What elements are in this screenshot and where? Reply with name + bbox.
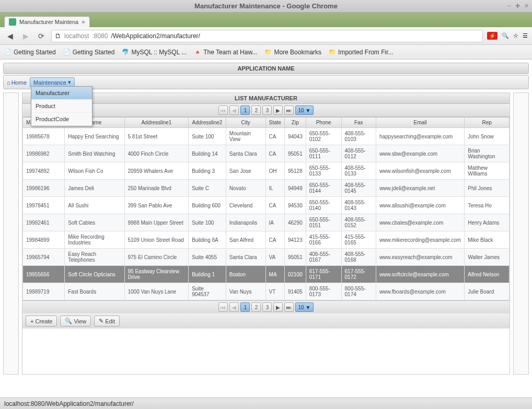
menu-item-product[interactable]: Product (31, 100, 92, 113)
column-header[interactable]: Rep (465, 118, 510, 128)
pager-page-1[interactable]: 1 (240, 302, 250, 312)
table-row[interactable]: 19986196James Deli250 Marinade BlvdSuite… (23, 180, 510, 197)
cell-zip: 94530 (284, 197, 306, 214)
page-size-select[interactable]: 10 ▼ (295, 302, 313, 312)
cell-a2: Suite 4055 (189, 249, 226, 266)
pager-prev[interactable]: ◀ (229, 106, 239, 115)
cell-name: Smith Bird Watching (65, 145, 124, 162)
cell-a2: Building 3 (189, 162, 226, 180)
cell-rep: Matthew Williams (465, 162, 510, 180)
pager-next[interactable]: ▶ (273, 302, 283, 312)
pager-last[interactable]: ⏭ (284, 302, 294, 312)
bookmark-item[interactable]: 🐬MySQL :: MySQL ... (122, 49, 187, 56)
pager-next[interactable]: ▶ (273, 106, 283, 115)
table-row[interactable]: 19978451All Sushi399 San Pablo AveBuildi… (23, 197, 510, 214)
pager-top: ⏮◀123▶⏭10 ▼ (22, 104, 510, 117)
cell-rep: Phil Jones (465, 180, 510, 197)
table-row[interactable]: 19982461Soft Cables9988 Main Upper Stree… (23, 214, 510, 231)
cell-zip: 02100 (284, 266, 306, 283)
cell-state: MA (265, 266, 284, 283)
cell-a1: 399 San Pablo Ave (124, 197, 189, 214)
back-button[interactable]: ◀ (4, 30, 16, 42)
extension-icon[interactable]: ⚡ (487, 32, 498, 40)
bookmark-item[interactable]: 📁Imported From Fir... (329, 49, 393, 56)
cell-rep: Teresa Ho (465, 197, 510, 214)
reload-button[interactable]: ⟳ (36, 30, 47, 42)
view-button[interactable]: 🔍View (60, 315, 91, 326)
pager-first[interactable]: ⏮ (218, 302, 228, 312)
pager-bottom: ⏮◀123▶⏭10 ▼ (22, 300, 510, 313)
pager-page-3[interactable]: 3 (262, 302, 272, 312)
edit-button[interactable]: ✎Edit (94, 315, 120, 326)
browser-tab[interactable]: Manufacturer Maintena × (4, 16, 90, 27)
cell-fax: 408-555-0143 (341, 197, 376, 214)
table-row[interactable]: 19955656Soft Circle Opticians95 Eastway … (23, 266, 510, 283)
cell-email: www.easyreach@example.com (376, 249, 464, 266)
column-header[interactable]: Phone (306, 118, 341, 128)
bookmark-item[interactable]: 📄Getting Started (63, 49, 115, 56)
tab-close-icon[interactable]: × (82, 19, 85, 25)
table-row[interactable]: 19965794Easy Reach Telephones975 El Cami… (23, 249, 510, 266)
close-icon[interactable]: ✕ (524, 3, 529, 9)
cell-a1: 4000 Finch Circle (124, 145, 189, 162)
page-size-select[interactable]: 10 ▼ (295, 106, 313, 115)
pager-page-2[interactable]: 2 (251, 106, 261, 115)
url-port: :8080 (92, 32, 108, 40)
table-row[interactable]: 19974892Wilson Fish Co20959 Whalers AveB… (23, 162, 510, 180)
table-row[interactable]: 19985678Happy End Searching5 81st Street… (23, 128, 510, 145)
column-header[interactable]: Email (376, 118, 464, 128)
bookmark-label: The Team at Haw... (203, 49, 257, 56)
forward-button[interactable]: ▶ (20, 30, 31, 42)
bookmark-item[interactable]: 📄Getting Started (4, 49, 56, 56)
column-header[interactable]: State (265, 118, 284, 128)
home-crumb[interactable]: ⌂ Home (7, 79, 27, 86)
create-button[interactable]: +Create (26, 315, 57, 326)
favicon-icon (9, 18, 16, 26)
cell-id: 19982461 (23, 214, 65, 231)
cell-phone: 800-555-0173 (306, 283, 341, 300)
cell-fax: 408-555-0168 (341, 249, 376, 266)
minimize-icon[interactable]: ─ (507, 3, 511, 9)
cell-name: Happy End Searching (65, 128, 124, 145)
pager-page-3[interactable]: 3 (262, 106, 272, 115)
url-bar[interactable]: 🗋 localhost:8080/WebApplication2/manufac… (51, 30, 483, 42)
column-header[interactable]: Zip (284, 118, 306, 128)
pager-page-1[interactable]: 1 (240, 106, 250, 115)
cell-email: www.sbw@example.com (376, 145, 464, 162)
column-header[interactable]: Addressline2 (189, 118, 226, 128)
manufacturer-table: ManufacturerIdNameAddressline1Addresslin… (22, 117, 510, 300)
cell-id: 19978451 (23, 197, 65, 214)
maximize-icon[interactable]: ✚ (515, 3, 520, 9)
bookmark-item[interactable]: 📁More Bookmarks (264, 49, 321, 56)
table-row[interactable]: 19986982Smith Bird Watching4000 Finch Ci… (23, 145, 510, 162)
cell-a1: 250 Marinade Blvd (124, 180, 189, 197)
cell-phone: 617-555-0171 (306, 266, 341, 283)
pager-page-2[interactable]: 2 (251, 302, 261, 312)
column-header[interactable]: Fax (341, 118, 376, 128)
cell-name: Wilson Fish Co (65, 162, 124, 180)
cell-state: IA (265, 214, 284, 231)
menu-item-productcode[interactable]: ProductCode (31, 113, 92, 126)
cell-email: www.fboards@example.com (376, 283, 464, 300)
bookmark-item[interactable]: 🔺The Team at Haw... (194, 49, 257, 56)
search-icon: 🔍 (65, 318, 72, 324)
column-header[interactable]: Addressline1 (124, 118, 189, 128)
zoom-icon[interactable]: 🔍 (502, 32, 509, 39)
menu-icon[interactable]: ☰ (523, 32, 528, 39)
cell-email: www.jdeli@example.net (376, 180, 464, 197)
menu-item-manufacturer[interactable]: Manufacturer (31, 87, 92, 100)
pager-prev[interactable]: ◀ (229, 302, 239, 312)
cell-id: 19984899 (23, 231, 65, 249)
table-row[interactable]: 19984899Mike Recording Industries5109 Un… (23, 231, 510, 249)
table-row[interactable]: 19989719Fast Boards1000 Van Nuys LaneSui… (23, 283, 510, 300)
bookmark-icon: 🔺 (194, 49, 201, 56)
chevron-down-icon: ▼ (306, 305, 311, 310)
cell-id: 19974892 (23, 162, 65, 180)
star-icon[interactable]: ☆ (513, 32, 518, 39)
column-header[interactable]: City (226, 118, 265, 128)
pager-first[interactable]: ⏮ (218, 106, 228, 115)
url-path: /WebApplication2/manufacturer/ (111, 32, 200, 40)
pager-last[interactable]: ⏭ (284, 106, 294, 115)
cell-a2: Building 600 (189, 197, 226, 214)
list-panel: LIST MANUFACTURER ⏮◀123▶⏭10 ▼ Manufactur… (22, 92, 510, 375)
